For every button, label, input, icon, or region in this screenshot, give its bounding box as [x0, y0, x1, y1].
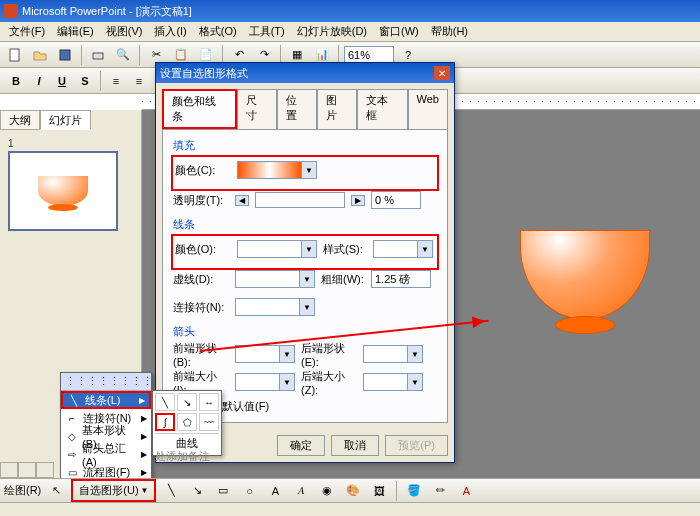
sorter-view-icon[interactable] — [18, 462, 36, 478]
diagram-icon[interactable]: ◉ — [316, 480, 338, 502]
autoshape-button[interactable]: 自选图形(U)▼ — [71, 479, 156, 502]
end-style-combo[interactable]: ▼ — [363, 345, 423, 363]
arrow-tool-icon[interactable]: ↘ — [177, 393, 197, 411]
new-icon[interactable] — [4, 44, 26, 66]
tab-outline[interactable]: 大纲 — [0, 110, 40, 130]
transparency-slider[interactable] — [255, 192, 345, 208]
menu-window[interactable]: 窗口(W) — [374, 22, 424, 41]
tab-color-line[interactable]: 颜色和线条 — [162, 89, 237, 129]
menu-insert[interactable]: 插入(I) — [149, 22, 191, 41]
window-titlebar: Microsoft PowerPoint - [演示文稿1] — [0, 0, 700, 22]
menu-format[interactable]: 格式(O) — [194, 22, 242, 41]
bowl-shape[interactable] — [520, 230, 650, 330]
align-left-icon[interactable]: ≡ — [106, 71, 126, 91]
double-arrow-icon[interactable]: ↔ — [199, 393, 219, 411]
preview-button[interactable]: 预览(P) — [385, 435, 448, 456]
print-icon[interactable] — [87, 44, 109, 66]
menu-block-arrows[interactable]: ⇨ 箭头总汇(A)▶ — [61, 445, 151, 463]
drawing-toolbar: 绘图(R) ↖ 自选图形(U)▼ ╲ ↘ ▭ ○ A 𝐴 ◉ 🎨 🖼 🪣 ✏ A — [0, 478, 700, 502]
menu-tools[interactable]: 工具(T) — [244, 22, 290, 41]
shadow-button[interactable]: S — [75, 71, 95, 91]
slide-number: 1 — [8, 138, 133, 149]
cancel-button[interactable]: 取消 — [331, 435, 379, 456]
menu-help[interactable]: 帮助(H) — [426, 22, 473, 41]
tab-position[interactable]: 位置 — [277, 89, 317, 129]
font-color-icon[interactable]: A — [455, 480, 477, 502]
dialog-title: 设置自选图形格式 — [160, 66, 248, 81]
lines-icon: ╲ — [67, 393, 81, 407]
slider-left-icon[interactable]: ◀ — [235, 195, 249, 206]
transparency-value[interactable]: 0 % — [371, 191, 421, 209]
menu-bar: 文件(F) 编辑(E) 视图(V) 插入(I) 格式(O) 工具(T) 幻灯片放… — [0, 22, 700, 42]
begin-size-combo[interactable]: ▼ — [235, 373, 295, 391]
scribble-tool-icon[interactable]: 〰 — [199, 413, 219, 431]
notes-placeholder[interactable]: 处添加备注 — [155, 449, 210, 464]
fill-color-label: 颜色(C): — [175, 163, 231, 178]
normal-view-icon[interactable] — [0, 462, 18, 478]
rectangle-icon[interactable]: ▭ — [212, 480, 234, 502]
tab-web[interactable]: Web — [408, 89, 448, 129]
line-weight-label: 粗细(W): — [321, 272, 365, 287]
italic-button[interactable]: I — [29, 71, 49, 91]
wordart-icon[interactable]: 𝐴 — [290, 480, 312, 502]
powerpoint-icon — [4, 4, 18, 18]
flowchart-icon: ▭ — [65, 465, 79, 479]
menu-lines[interactable]: ╲ 线条(L)▶ — [61, 391, 151, 409]
line-style-label: 样式(S): — [323, 242, 367, 257]
line-color-icon[interactable]: ✏ — [429, 480, 451, 502]
line-color-combo[interactable]: ▼ — [237, 240, 317, 258]
fill-color-combo[interactable]: ▼ — [237, 161, 317, 179]
svg-rect-0 — [10, 49, 19, 61]
menu-edit[interactable]: 编辑(E) — [52, 22, 99, 41]
tab-picture[interactable]: 图片 — [317, 89, 357, 129]
underline-button[interactable]: U — [52, 71, 72, 91]
bold-button[interactable]: B — [6, 71, 26, 91]
end-size-combo[interactable]: ▼ — [363, 373, 423, 391]
menu-drag-handle[interactable]: ⋮⋮⋮⋮⋮⋮⋮⋮ — [61, 373, 151, 391]
arrow-draw-icon[interactable]: ↘ — [186, 480, 208, 502]
line-dash-combo[interactable]: ▼ — [235, 270, 315, 288]
begin-style-combo[interactable]: ▼ — [235, 345, 295, 363]
freeform-tool-icon[interactable]: ⬠ — [177, 413, 197, 431]
view-buttons — [0, 462, 54, 478]
zoom-combo[interactable]: 61% — [344, 46, 394, 64]
end-size-label: 后端大小(Z): — [301, 369, 357, 396]
transparency-label: 透明度(T): — [173, 193, 229, 208]
connector-combo[interactable]: ▼ — [235, 298, 315, 316]
tab-slides[interactable]: 幻灯片 — [40, 110, 91, 130]
line-icon[interactable]: ╲ — [160, 480, 182, 502]
picture-icon[interactable]: 🖼 — [368, 480, 390, 502]
align-center-icon[interactable]: ≡ — [129, 71, 149, 91]
tab-size[interactable]: 尺寸 — [237, 89, 277, 129]
svg-rect-2 — [93, 53, 103, 59]
connector-label: 连接符(N): — [173, 300, 229, 315]
open-icon[interactable] — [29, 44, 51, 66]
menu-file[interactable]: 文件(F) — [4, 22, 50, 41]
save-icon[interactable] — [54, 44, 76, 66]
line-section-label: 线条 — [173, 217, 437, 232]
menu-slideshow[interactable]: 幻灯片放映(D) — [292, 22, 372, 41]
ok-button[interactable]: 确定 — [277, 435, 325, 456]
dialog-titlebar[interactable]: 设置自选图形格式 ✕ — [156, 63, 454, 83]
block-arrows-icon: ⇨ — [65, 447, 78, 461]
menu-view[interactable]: 视图(V) — [101, 22, 148, 41]
svg-rect-1 — [60, 50, 70, 60]
textbox-icon[interactable]: A — [264, 480, 286, 502]
line-style-combo[interactable]: ▼ — [373, 240, 433, 258]
clipart-icon[interactable]: 🎨 — [342, 480, 364, 502]
curve-tool-icon[interactable]: ∫ — [155, 413, 175, 431]
slider-right-icon[interactable]: ▶ — [351, 195, 365, 206]
slide-thumbnail[interactable] — [8, 151, 118, 231]
close-icon[interactable]: ✕ — [434, 66, 450, 80]
basic-shapes-icon: ◇ — [65, 429, 78, 443]
draw-menu[interactable]: 绘图(R) — [4, 483, 41, 498]
slideshow-view-icon[interactable] — [36, 462, 54, 478]
fill-color-icon[interactable]: 🪣 — [403, 480, 425, 502]
preview-icon[interactable]: 🔍 — [112, 44, 134, 66]
oval-icon[interactable]: ○ — [238, 480, 260, 502]
select-icon[interactable]: ↖ — [45, 480, 67, 502]
tab-textbox[interactable]: 文本框 — [357, 89, 408, 129]
line-weight-spinner[interactable]: 1.25 磅 — [371, 270, 431, 288]
arrow-section-label: 箭头 — [173, 324, 437, 339]
line-tool-icon[interactable]: ╲ — [155, 393, 175, 411]
